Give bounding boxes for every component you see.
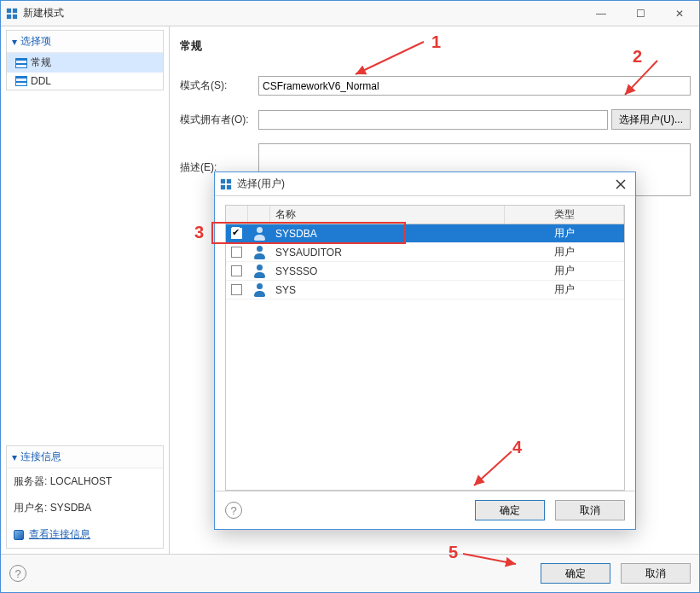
view-connection-link[interactable]: 查看连接信息 <box>7 521 163 548</box>
row-owner: 模式拥有者(O): 选择用户(U)... <box>180 109 691 130</box>
svg-rect-3 <box>13 14 17 18</box>
dialog-close-button[interactable] <box>606 172 635 196</box>
help-button[interactable]: ? <box>9 565 26 582</box>
close-icon <box>616 179 626 189</box>
conn-server-row: 服务器: LOCALHOST <box>7 468 163 495</box>
minimize-button[interactable]: — <box>581 1 621 26</box>
row-name: SYSDBA <box>270 224 505 242</box>
main-section-title: 常规 <box>180 33 691 62</box>
svg-rect-0 <box>7 8 11 12</box>
svg-rect-5 <box>227 178 231 183</box>
col-name-header: 名称 <box>270 206 505 224</box>
window-title: 新建模式 <box>23 6 64 20</box>
sidebar-select-section: ▾ 选择项 常规DDL <box>6 30 164 90</box>
sidebar-select-header[interactable]: ▾ 选择项 <box>7 31 163 53</box>
row-checkbox[interactable] <box>231 228 242 239</box>
dialog-body: 名称 类型 SYSDBA用户SYSAUDITOR用户SYSSSO用户SYS用户 <box>215 196 635 491</box>
row-schema-name: 模式名(S): <box>180 76 691 96</box>
row-checkbox[interactable] <box>231 247 242 258</box>
list-icon <box>15 58 27 68</box>
row-name: SYS <box>270 281 505 299</box>
conn-user-value: SYSDBA <box>50 502 92 514</box>
user-icon <box>253 227 265 241</box>
grid-row[interactable]: SYSDBA用户 <box>226 224 624 243</box>
maximize-icon: ☐ <box>636 8 645 20</box>
grid-row[interactable]: SYSAUDITOR用户 <box>226 243 624 262</box>
row-checkbox[interactable] <box>231 265 242 276</box>
row-checkbox[interactable] <box>231 284 242 295</box>
svg-rect-4 <box>221 178 225 183</box>
user-icon <box>253 246 265 259</box>
sidebar-item-0[interactable]: 常规 <box>7 53 163 73</box>
window-buttons: — ☐ ✕ <box>581 1 699 26</box>
sidebar-item-label: 常规 <box>31 55 51 70</box>
sidebar-conn-header[interactable]: ▾ 连接信息 <box>7 446 163 468</box>
sidebar-item-label: DDL <box>31 75 51 87</box>
grid-header: 名称 类型 <box>226 206 624 224</box>
owner-input[interactable] <box>258 110 608 130</box>
dialog-title: 选择(用户) <box>237 177 285 191</box>
row-type: 用户 <box>505 281 624 299</box>
main-ok-button[interactable]: 确定 <box>541 563 610 584</box>
collapse-icon: ▾ <box>12 451 17 463</box>
dialog-titlebar: 选择(用户) <box>215 172 635 196</box>
collapse-icon: ▾ <box>12 36 17 48</box>
app-icon <box>220 178 232 190</box>
conn-user-row: 用户名: SYSDBA <box>7 495 163 521</box>
titlebar: 新建模式 — ☐ ✕ <box>1 1 699 26</box>
minimize-icon: — <box>596 8 606 20</box>
close-icon: ✕ <box>675 8 684 20</box>
col-type-header: 类型 <box>505 206 624 224</box>
maximize-button[interactable]: ☐ <box>621 1 660 26</box>
svg-rect-7 <box>227 184 231 189</box>
row-name: SYSAUDITOR <box>270 243 505 261</box>
conn-user-label: 用户名: <box>14 502 47 514</box>
user-picker-dialog: 选择(用户) 名称 类型 SYSDBA用户SYSAUDITOR用户SYSSSO用… <box>214 172 636 530</box>
description-label: 描述(E): <box>180 143 258 175</box>
conn-server-label: 服务器: <box>14 475 47 487</box>
link-icon <box>14 530 24 540</box>
schema-name-input[interactable] <box>258 76 691 96</box>
svg-rect-1 <box>13 8 17 12</box>
owner-label: 模式拥有者(O): <box>180 113 258 127</box>
user-icon <box>253 265 265 278</box>
main-footer: ? 确定 取消 <box>1 554 699 592</box>
dialog-footer: ? 确定 取消 <box>215 491 635 529</box>
conn-server-value: LOCALHOST <box>50 475 113 487</box>
pick-user-button[interactable]: 选择用户(U)... <box>611 109 691 130</box>
grid-row[interactable]: SYSSSO用户 <box>226 262 624 281</box>
row-type: 用户 <box>505 224 624 242</box>
sidebar-conn-section: ▾ 连接信息 服务器: LOCALHOST 用户名: SYSDBA 查看连接信息 <box>6 445 164 549</box>
close-button[interactable]: ✕ <box>660 1 699 26</box>
sidebar: ▾ 选择项 常规DDL ▾ 连接信息 服务器: LOCALHOST 用户名: <box>1 26 170 554</box>
schema-name-label: 模式名(S): <box>180 78 258 93</box>
dialog-cancel-button[interactable]: 取消 <box>555 500 625 520</box>
user-icon <box>253 283 265 297</box>
row-type: 用户 <box>505 262 624 280</box>
sidebar-conn-label: 连接信息 <box>20 450 61 464</box>
sidebar-item-1[interactable]: DDL <box>7 73 163 90</box>
user-grid: 名称 类型 SYSDBA用户SYSAUDITOR用户SYSSSO用户SYS用户 <box>225 205 625 491</box>
dialog-help-button[interactable]: ? <box>225 502 242 519</box>
main-window: 新建模式 — ☐ ✕ ▾ 选择项 常规DDL ▾ 连接信息 <box>0 0 700 593</box>
row-name: SYSSSO <box>270 262 505 280</box>
view-connection-label: 查看连接信息 <box>29 527 90 542</box>
grid-row[interactable]: SYS用户 <box>226 281 624 299</box>
list-icon <box>15 76 27 86</box>
svg-rect-6 <box>221 184 225 189</box>
row-type: 用户 <box>505 243 624 261</box>
main-cancel-button[interactable]: 取消 <box>621 563 691 584</box>
sidebar-select-label: 选择项 <box>20 34 51 49</box>
dialog-ok-button[interactable]: 确定 <box>475 500 545 520</box>
svg-rect-2 <box>7 14 11 18</box>
app-icon <box>6 8 18 20</box>
